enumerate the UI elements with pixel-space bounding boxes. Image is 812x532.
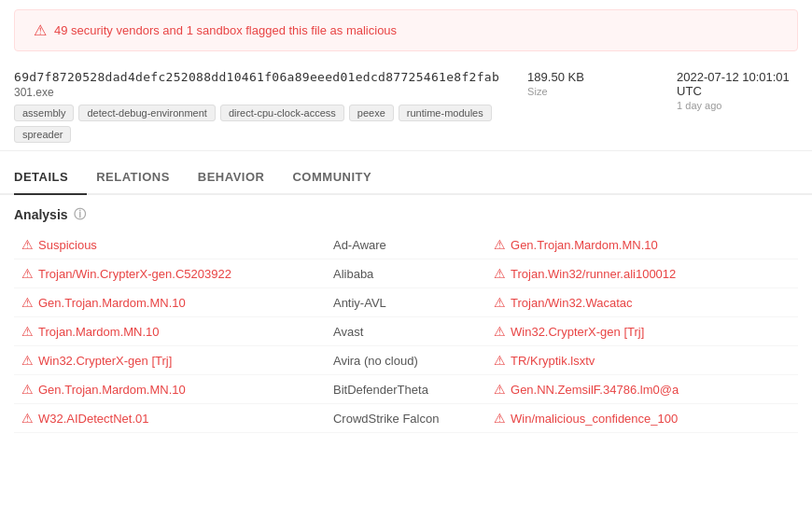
file-date-value: 2022-07-12 10:01:01 UTC xyxy=(677,70,798,98)
file-hash-block: 69d7f8720528dad4defc252088dd10461f06a89e… xyxy=(14,70,499,143)
file-date-label: 1 day ago xyxy=(677,100,798,111)
analysis-header: Analysis ⓘ xyxy=(14,195,798,231)
tabs-bar: DETAILS RELATIONS BEHAVIOR COMMUNITY xyxy=(0,159,812,195)
detection-cell-right: ⚠ Win32.CrypterX-gen [Trj] xyxy=(486,317,798,346)
vendor-cell: Antiy-AVL xyxy=(326,288,486,317)
detection-link-right[interactable]: ⚠ TR/Kryptik.lsxtv xyxy=(494,353,791,368)
detection-icon: ⚠ xyxy=(21,266,34,281)
table-row: ⚠ Suspicious Ad-Aware ⚠ Gen.Trojan.Mardo… xyxy=(14,231,798,259)
vendor-cell: Avast xyxy=(326,317,486,346)
detection-link-right[interactable]: ⚠ Gen.Trojan.Mardom.MN.10 xyxy=(494,237,791,252)
detection-cell-right: ⚠ Gen.NN.ZemsilF.34786.lm0@a xyxy=(486,375,798,404)
detection-cell-left: ⚠ Gen.Trojan.Mardom.MN.10 xyxy=(14,288,326,317)
detection-cell-left: ⚠ W32.AIDetectNet.01 xyxy=(14,404,326,433)
detection-text: Suspicious xyxy=(38,238,97,252)
file-size-label: Size xyxy=(527,86,649,97)
tab-community[interactable]: COMMUNITY xyxy=(292,159,390,195)
vendor-cell: Alibaba xyxy=(326,259,486,288)
file-tag: runtime-modules xyxy=(399,105,492,121)
detection-cell-left: ⚠ Gen.Trojan.Mardom.MN.10 xyxy=(14,375,326,404)
detection-link-right[interactable]: ⚠ Trojan/Win32.Wacatac xyxy=(494,295,791,310)
detection-icon-right: ⚠ xyxy=(494,324,506,339)
analysis-section: Analysis ⓘ ⚠ Suspicious Ad-Aware ⚠ Gen.T… xyxy=(0,195,812,433)
detection-cell-left: ⚠ Win32.CrypterX-gen [Trj] xyxy=(14,346,326,375)
detection-text-right: Trojan.Win32/runner.ali100012 xyxy=(511,267,676,281)
detection-text-right: Win32.CrypterX-gen [Trj] xyxy=(511,325,644,339)
detection-link-right[interactable]: ⚠ Win32.CrypterX-gen [Trj] xyxy=(494,324,791,339)
vendor-cell: BitDefenderTheta xyxy=(326,375,486,404)
analysis-title: Analysis xyxy=(14,207,68,222)
analysis-table: ⚠ Suspicious Ad-Aware ⚠ Gen.Trojan.Mardo… xyxy=(14,231,798,433)
tab-relations[interactable]: RELATIONS xyxy=(96,159,189,195)
detection-icon-right: ⚠ xyxy=(494,353,506,368)
detection-link-right[interactable]: ⚠ Win/malicious_confidence_100 xyxy=(494,411,791,426)
detection-text-right: TR/Kryptik.lsxtv xyxy=(511,354,595,368)
detection-text: Trojan/Win.CrypterX-gen.C5203922 xyxy=(38,267,231,281)
detection-link[interactable]: ⚠ W32.AIDetectNet.01 xyxy=(21,411,318,426)
table-row: ⚠ Gen.Trojan.Mardom.MN.10 Antiy-AVL ⚠ Tr… xyxy=(14,288,798,317)
detection-cell-right: ⚠ Trojan.Win32/runner.ali100012 xyxy=(486,259,798,288)
detection-text: Gen.Trojan.Mardom.MN.10 xyxy=(38,383,186,397)
detection-text-right: Gen.NN.ZemsilF.34786.lm0@a xyxy=(511,383,679,397)
info-icon: ⓘ xyxy=(74,206,86,223)
detection-icon-right: ⚠ xyxy=(494,382,506,397)
detection-icon-right: ⚠ xyxy=(494,266,506,281)
detection-cell-right: ⚠ Win/malicious_confidence_100 xyxy=(486,404,798,433)
detection-icon-right: ⚠ xyxy=(494,237,506,252)
table-row: ⚠ Trojan/Win.CrypterX-gen.C5203922 Aliba… xyxy=(14,259,798,288)
vendor-cell: CrowdStrike Falcon xyxy=(326,404,486,433)
detection-text: W32.AIDetectNet.01 xyxy=(38,412,149,426)
detection-icon: ⚠ xyxy=(21,324,34,339)
warning-text: 49 security vendors and 1 sandbox flagge… xyxy=(54,23,397,37)
detection-icon: ⚠ xyxy=(21,237,34,252)
detection-icon: ⚠ xyxy=(21,411,34,426)
detection-link[interactable]: ⚠ Trojan/Win.CrypterX-gen.C5203922 xyxy=(21,266,318,281)
detection-link[interactable]: ⚠ Gen.Trojan.Mardom.MN.10 xyxy=(21,295,318,310)
detection-text: Trojan.Mardom.MN.10 xyxy=(38,325,160,339)
warning-icon: ⚠ xyxy=(34,21,47,39)
detection-icon: ⚠ xyxy=(21,295,34,310)
file-date-block: 2022-07-12 10:01:01 UTC 1 day ago xyxy=(677,70,798,111)
detection-link[interactable]: ⚠ Suspicious xyxy=(21,237,318,252)
file-size-value: 189.50 KB xyxy=(527,70,649,84)
table-row: ⚠ Win32.CrypterX-gen [Trj] Avira (no clo… xyxy=(14,346,798,375)
detection-cell-left: ⚠ Trojan/Win.CrypterX-gen.C5203922 xyxy=(14,259,326,288)
detection-link[interactable]: ⚠ Win32.CrypterX-gen [Trj] xyxy=(21,353,318,368)
detection-icon: ⚠ xyxy=(21,382,34,397)
detection-icon-right: ⚠ xyxy=(494,411,506,426)
file-size-block: 189.50 KB Size xyxy=(527,70,649,97)
tab-details[interactable]: DETAILS xyxy=(14,159,87,195)
file-tag: peexe xyxy=(349,105,394,121)
detection-icon: ⚠ xyxy=(21,353,34,368)
vendor-cell: Avira (no cloud) xyxy=(326,346,486,375)
detection-cell-right: ⚠ Gen.Trojan.Mardom.MN.10 xyxy=(486,231,798,259)
file-tag: spreader xyxy=(14,126,71,143)
detection-link-right[interactable]: ⚠ Gen.NN.ZemsilF.34786.lm0@a xyxy=(494,382,791,397)
detection-icon-right: ⚠ xyxy=(494,295,506,310)
detection-link[interactable]: ⚠ Gen.Trojan.Mardom.MN.10 xyxy=(21,382,318,397)
warning-banner: ⚠ 49 security vendors and 1 sandbox flag… xyxy=(14,9,798,51)
detection-text: Gen.Trojan.Mardom.MN.10 xyxy=(38,296,186,310)
detection-link-right[interactable]: ⚠ Trojan.Win32/runner.ali100012 xyxy=(494,266,791,281)
detection-text-right: Gen.Trojan.Mardom.MN.10 xyxy=(511,238,658,252)
detection-cell-right: ⚠ Trojan/Win32.Wacatac xyxy=(486,288,798,317)
detection-text-right: Win/malicious_confidence_100 xyxy=(511,412,678,426)
detection-text-right: Trojan/Win32.Wacatac xyxy=(511,296,633,310)
detection-cell-right: ⚠ TR/Kryptik.lsxtv xyxy=(486,346,798,375)
tab-behavior[interactable]: BEHAVIOR xyxy=(198,159,284,195)
table-row: ⚠ Gen.Trojan.Mardom.MN.10 BitDefenderThe… xyxy=(14,375,798,404)
file-tags: assemblydetect-debug-environmentdirect-c… xyxy=(14,105,499,143)
detection-cell-left: ⚠ Suspicious xyxy=(14,231,326,259)
file-tag: detect-debug-environment xyxy=(78,105,215,121)
detection-cell-left: ⚠ Trojan.Mardom.MN.10 xyxy=(14,317,326,346)
file-tag: assembly xyxy=(14,105,74,121)
table-row: ⚠ W32.AIDetectNet.01 CrowdStrike Falcon … xyxy=(14,404,798,433)
detection-text: Win32.CrypterX-gen [Trj] xyxy=(38,354,172,368)
file-info-section: 69d7f8720528dad4defc252088dd10461f06a89e… xyxy=(0,61,812,151)
file-name: 301.exe xyxy=(14,86,499,99)
file-tag: direct-cpu-clock-access xyxy=(220,105,344,121)
file-hash: 69d7f8720528dad4defc252088dd10461f06a89e… xyxy=(14,70,499,84)
vendor-cell: Ad-Aware xyxy=(326,231,486,259)
detection-link[interactable]: ⚠ Trojan.Mardom.MN.10 xyxy=(21,324,318,339)
table-row: ⚠ Trojan.Mardom.MN.10 Avast ⚠ Win32.Cryp… xyxy=(14,317,798,346)
